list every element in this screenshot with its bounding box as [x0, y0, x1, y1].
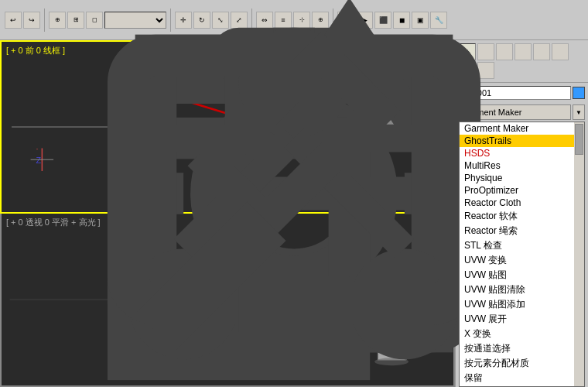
dropdown-list: Garment MakerGhostTrailsHSDSMultiResPhys… — [459, 122, 585, 387]
dropdown-item[interactable]: Reactor 软体 — [460, 209, 584, 224]
dropdown-item[interactable]: UVW 贴图 — [460, 268, 584, 283]
dropdown-item[interactable]: GhostTrails — [460, 135, 584, 147]
dropdown-scrollbar[interactable] — [574, 122, 584, 386]
panel-icon-utilities[interactable] — [477, 62, 494, 79]
dropdown-item[interactable]: ProOptimizer — [460, 184, 584, 197]
dropdown-item[interactable]: UVW 贴图清除 — [460, 283, 584, 297]
dropdown-item[interactable]: 按通道选择 — [460, 341, 584, 356]
dropdown-item[interactable]: HSDS — [460, 147, 584, 159]
svg-line-49 — [156, 221, 266, 332]
viewport-top-label: [ + 0 前 0 线框 ] — [6, 45, 65, 57]
dropdown-item[interactable]: MultiRes — [460, 159, 584, 172]
dropdown-item[interactable]: X 变换 — [460, 327, 584, 341]
dropdown-container: Garment MakerGhostTrailsHSDSMultiResPhys… — [459, 122, 585, 387]
dropdown-item[interactable]: STL 检查 — [460, 238, 584, 253]
viewport-bottom-label: [ + 0 透视 0 平滑 + 高光 ] — [6, 217, 101, 228]
dropdown-item[interactable]: 按元素分配材质 — [460, 356, 584, 371]
dropdown-item[interactable]: UVW 变换 — [460, 253, 584, 268]
dropdown-item[interactable]: Garment Maker — [460, 122, 584, 135]
dropdown-item[interactable]: UVW 展开 — [460, 312, 584, 327]
dropdown-item[interactable]: Reactor 绳索 — [460, 224, 584, 238]
right-panel: ✦ — [455, 40, 588, 387]
dropdown-item[interactable]: Physique — [460, 172, 584, 184]
dropdown-item[interactable]: Reactor Cloth — [460, 197, 584, 209]
panel-toolbar: ✦ — [456, 40, 588, 83]
dropdown-item[interactable]: UVW 贴图添加 — [460, 297, 584, 312]
dropdown-item[interactable]: 保留 — [460, 371, 584, 385]
scrollbar-thumb[interactable] — [575, 124, 583, 155]
main-area: [ + 0 前 0 线框 ] Z · — [0, 40, 588, 387]
